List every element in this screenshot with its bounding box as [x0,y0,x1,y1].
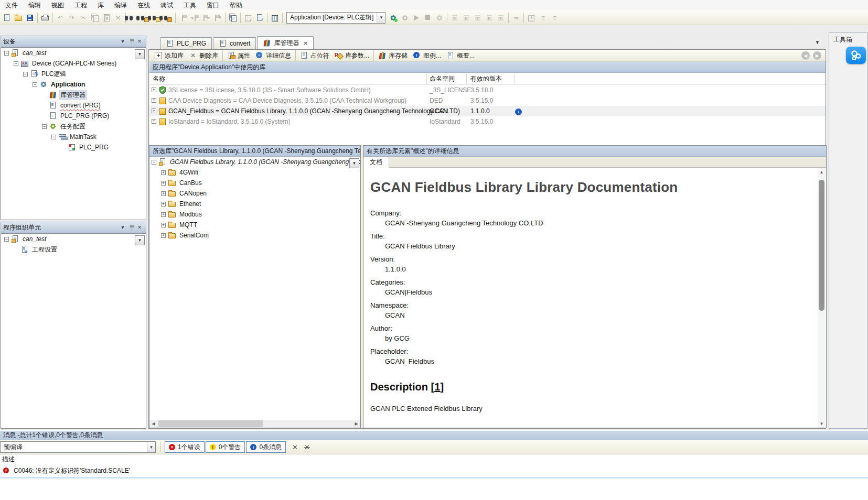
menu-item-8[interactable]: 工具 [178,0,201,10]
menu-item-2[interactable]: 视图 [46,0,69,10]
redo-button[interactable]: ↷ [66,12,78,24]
menu-item-7[interactable]: 调试 [155,0,178,10]
tree-item[interactable]: −⇅PLC逻辑 [1,69,146,79]
library-folder-item[interactable]: +SerialCom [149,230,360,241]
library-version-dropdown[interactable]: ▼ [349,158,359,168]
flow-control-button[interactable]: / [526,12,537,24]
goto-button[interactable]: ⇒ [510,12,522,24]
bookmark-clear-button[interactable]: ✕ [212,12,223,24]
library-row[interactable]: +GCAN_Fieldbus = GCAN Fieldbus Library, … [149,106,826,116]
expander-icon[interactable]: + [152,88,156,92]
close-icon[interactable]: ✕ [135,223,144,232]
pin-icon[interactable] [127,37,135,46]
lm-button-7[interactable]: i图例... [410,50,444,61]
step-out-button[interactable] [472,12,484,24]
horizontal-scrollbar[interactable]: ◀ ▶ [149,420,360,428]
expander-icon[interactable]: − [14,61,18,66]
lm-button-0[interactable]: +添加库 [152,50,186,61]
tab-overflow-chevron-icon[interactable]: ▼ [815,40,820,45]
expander-icon[interactable]: + [152,108,156,113]
library-row[interactable]: +3SLicense = 3SLicense, 3.5.18.0 (3S - S… [149,85,826,95]
library-row[interactable]: +CAA Device Diagnosis = CAA Device Diagn… [149,95,826,106]
tree-item[interactable]: PLC_PRG [1,142,146,153]
copy-button[interactable] [89,12,101,24]
tab-documentation[interactable]: 文档 [363,157,389,168]
wrench-button[interactable] [434,12,445,24]
menu-item-10[interactable]: 帮助 [224,0,248,10]
delete-button[interactable]: ✕ [112,12,124,24]
expander-icon[interactable]: − [33,82,37,87]
scrollbar-thumb[interactable] [819,180,824,311]
watch-list-button[interactable]: ≡ [537,12,549,24]
library-folder-item[interactable]: +CANopen [149,188,360,199]
edit-list-button[interactable]: ≡ [549,12,560,24]
expander-icon[interactable]: + [161,191,166,196]
tree-item[interactable]: PLC_PRG (PRG) [1,111,146,121]
expander-icon[interactable]: − [51,135,56,139]
lm-button-5[interactable]: P库参数... [332,50,372,61]
expander-icon[interactable]: + [161,181,166,186]
new-file-button[interactable] [1,12,13,24]
bookmark-prev-button[interactable]: ◀ [189,12,200,24]
scroll-down-icon[interactable]: ▼ [818,420,826,428]
scroll-right-icon[interactable]: ▶ [352,420,360,428]
doc-reference-link[interactable]: 1 [434,381,440,393]
logout-button[interactable] [399,12,411,24]
tree-item[interactable]: −Application [1,79,146,90]
expander-icon[interactable]: − [4,51,9,56]
expander-icon[interactable]: + [161,223,166,227]
step-over-button[interactable] [449,12,460,24]
clear-messages-icon[interactable]: ✕ [292,443,298,451]
library-folder-item[interactable]: +4GWifi [149,167,360,178]
reset-button[interactable] [495,12,507,24]
devices-root-dropdown[interactable]: ▼ [135,49,145,59]
library-folder-item[interactable]: +CanBus [149,178,360,188]
tree-item[interactable]: −can_test [1,234,146,244]
column-header-version[interactable]: 有效的版本 [470,73,502,84]
errors-filter-button[interactable]: ✕ 1个错误 [165,441,205,453]
expander-icon[interactable]: + [161,233,166,238]
library-folder-item[interactable]: +Ethenet [149,199,360,209]
insert-grid-button[interactable]: ▼ [242,12,254,24]
tree-item[interactable]: convert (PRG) [1,100,146,111]
cut-button[interactable]: ✂ [78,12,89,24]
scroll-left-icon[interactable]: ◀ [149,420,157,428]
save-button[interactable] [24,12,36,24]
tree-item[interactable]: 库管理器 [1,90,146,100]
undo-button[interactable]: ↶ [55,12,66,24]
library-folder-item[interactable]: +Modbus [149,209,360,220]
vertical-scrollbar[interactable]: ▲ ▼ [818,168,826,428]
menu-item-1[interactable]: 编辑 [23,0,46,10]
delete-all-messages-icon[interactable]: ✕ [304,443,310,451]
expander-icon[interactable]: − [152,160,156,165]
menu-item-5[interactable]: 编译 [109,0,132,10]
print-button[interactable] [39,12,51,24]
expander-icon[interactable]: + [152,119,156,124]
library-row[interactable]: +IoStandard = IoStandard, 3.5.16.0 (Syst… [149,116,826,127]
panel-menu-chevron-icon[interactable]: ▼ [119,37,127,46]
menu-item-4[interactable]: 库 [92,0,109,10]
paste-button[interactable] [101,12,112,24]
tree-item[interactable]: −任务配置 [1,121,146,132]
expander-icon[interactable]: + [161,170,166,175]
tree-item[interactable]: −can_test [1,48,146,58]
expander-icon[interactable]: − [42,124,47,129]
netdisk-overlay-icon[interactable] [846,47,866,64]
step-into-button[interactable] [460,12,472,24]
warnings-filter-button[interactable]: ! 0个警告 [206,441,245,453]
lm-button-6[interactable]: 库存储 [376,50,410,61]
menu-item-0[interactable]: 文件 [0,0,23,10]
expander-icon[interactable]: + [152,98,156,103]
library-folder-item[interactable]: +MQTT [149,220,360,230]
login-button[interactable] [388,12,399,24]
tab-plc_prg[interactable]: PLC_PRG [160,37,212,49]
bookmark-next-button[interactable]: ▶ [200,12,212,24]
expander-icon[interactable]: + [161,202,166,206]
close-tab-icon[interactable]: ✕ [303,40,307,46]
lm-button-4[interactable]: →占位符 [297,50,332,61]
message-row[interactable]: ✕C0046: 没有定义标识符'Standard.SCALE' [0,465,868,476]
pou-root-dropdown[interactable]: ▼ [135,235,145,245]
library-root-item[interactable]: −GCAN Fieldbus Library, 1.1.0.0 (GCAN -S… [149,157,360,167]
new-object-button[interactable]: + [254,12,265,24]
paste-special-button[interactable] [227,12,239,24]
